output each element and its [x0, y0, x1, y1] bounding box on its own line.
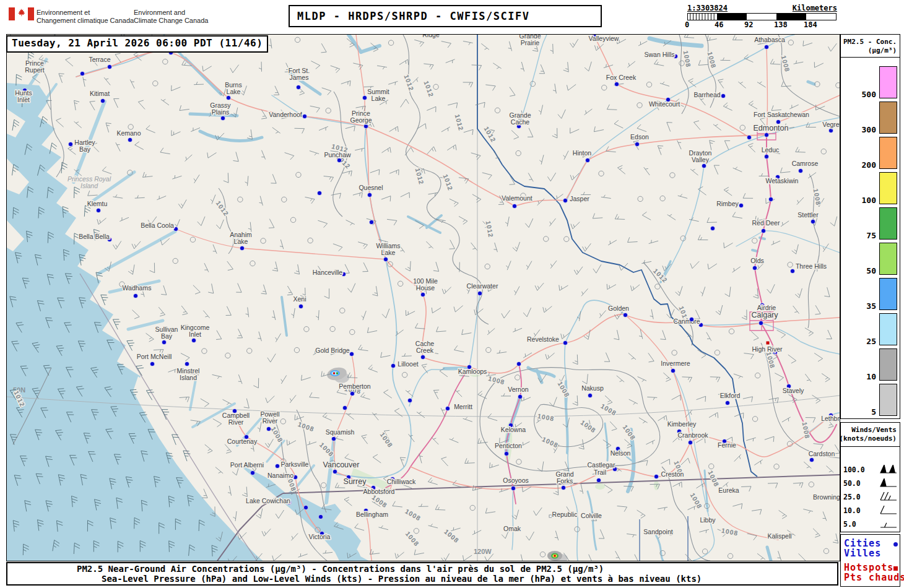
city-label: Leduc: [762, 146, 780, 153]
wind-barb-icon: [638, 41, 647, 46]
wind-barb-icon: [724, 188, 732, 196]
wind-speed-row: 100.0: [841, 464, 900, 476]
wind-barb-icon: [743, 193, 753, 198]
wind-barb-icon: [101, 295, 108, 305]
wind-barb-icon: [617, 506, 627, 512]
wind-barb-icon: [660, 331, 666, 340]
wind-barb-icon: [399, 59, 409, 65]
wind-barb-icon: [319, 126, 328, 130]
city-dot: [337, 158, 341, 162]
wind-barb-icon: [272, 310, 276, 320]
wind-barb-icon: [194, 175, 199, 183]
wind-barb-icon: [607, 284, 616, 290]
wind-barb-icon: [180, 105, 189, 110]
wind-barb-icon: [422, 364, 428, 373]
wind-barb-icon: [685, 331, 693, 337]
wind-barb-icon: [710, 377, 720, 383]
wind-barb-icon: [638, 377, 646, 382]
wind-barb-icon: [539, 105, 543, 115]
wind-barb-icon: [815, 305, 820, 314]
wind-barb-icon: [324, 176, 334, 182]
wind-barb-icon: [880, 523, 897, 527]
wind-barb-icon: [732, 267, 741, 272]
wind-barb-icon: [442, 287, 451, 294]
city-dot: [689, 317, 693, 321]
wind-barb-icon: [116, 142, 120, 151]
wind-barb-icon: [128, 265, 134, 275]
isobar-label: 1012: [441, 173, 454, 192]
city-dot: [107, 64, 111, 69]
city-dot: [445, 406, 450, 410]
wind-barb-icon: [382, 147, 391, 153]
city-label: Rimbey: [716, 200, 739, 207]
wind-barb-icon: [344, 497, 352, 506]
wind-barb-icon: [261, 150, 265, 160]
city-dot: [293, 475, 297, 479]
city-label: Elkford: [720, 392, 741, 399]
city-label: Vancouver: [323, 460, 360, 469]
wind-barb-icon: [331, 66, 340, 73]
wind-barb-icon: [555, 194, 563, 201]
wind-barb-icon: [74, 121, 82, 128]
wind-barb-icon: [563, 62, 568, 72]
city-label: Olds: [750, 257, 764, 264]
wind-barb-icon: [814, 444, 824, 449]
wind-barb-icon: [771, 105, 781, 110]
wind-barb-icon: [880, 492, 897, 500]
city-dot: [383, 257, 388, 261]
pm25-level-label: 300: [842, 125, 876, 134]
wind-barb-icon: [244, 399, 250, 409]
scale-bar: 1:3303824 Kilometers 04692138184: [686, 2, 838, 30]
city-dot: [332, 469, 337, 473]
city-label: TumblerRidge: [419, 35, 443, 38]
wind-barb-icon: [770, 59, 780, 64]
wind-barb-icon: [803, 509, 813, 514]
wind-barb-icon: [724, 243, 733, 248]
wind-barb-icon: [667, 123, 672, 132]
wind-barb-icon: [395, 552, 404, 558]
wind-barb-icon: [513, 328, 522, 332]
wind-barb-icon: [419, 454, 423, 464]
city-label: Hanceville: [313, 269, 343, 276]
wind-barb-icon: [432, 308, 441, 313]
wind-barb-icon: [554, 485, 558, 495]
city-label: Lethbridge: [821, 415, 840, 422]
wind-barb-icon: [450, 438, 459, 443]
wind-barb-icon: [168, 369, 178, 373]
wind-barb-icon: [414, 40, 424, 46]
city-dot: [350, 391, 354, 396]
city-dot: [563, 198, 567, 202]
wind-barb-icon: [615, 214, 625, 220]
wind-barb-icon: [685, 554, 692, 561]
wind-barb-icon: [571, 222, 580, 229]
wind-barb-icon: [593, 214, 602, 218]
city-label: Kamloops: [458, 368, 487, 375]
city-dot: [80, 71, 84, 76]
city-label: Chilliwack: [387, 478, 416, 485]
wind-barb-icon: [321, 43, 327, 53]
wind-barb-icon: [472, 65, 482, 71]
wind-barb-icon: [419, 504, 428, 507]
wind-barb-icon: [311, 61, 319, 69]
wind-barb-icon: [389, 170, 399, 175]
map-canvas[interactable]: 50N120W 10121012101210121012101210121012…: [6, 34, 840, 561]
wind-barb-icon: [417, 412, 425, 418]
wind-barb-icon: [287, 286, 293, 295]
wind-barb-icon: [146, 333, 154, 342]
city-dot: [349, 352, 354, 356]
wind-barb-icon: [393, 501, 402, 507]
wind-barb-icon: [478, 391, 487, 399]
city-dot: [725, 400, 729, 405]
city-label: MinstrelIsland: [177, 367, 200, 381]
city-label: Punchaw: [324, 151, 351, 158]
wind-barb-icon: [353, 192, 362, 198]
wind-barb-icon: [427, 106, 436, 112]
wind-barb-icon: [639, 418, 648, 423]
wind-barb-icon: [362, 311, 367, 320]
wind-speed-row: 10.0: [841, 504, 900, 517]
wind-barb-icon: [617, 376, 624, 382]
wind-barb-icon: [734, 454, 741, 462]
wind-barb-icon: [543, 306, 552, 313]
wind-barb-icon: [514, 287, 519, 295]
city-label: Sandpoint: [643, 528, 672, 535]
